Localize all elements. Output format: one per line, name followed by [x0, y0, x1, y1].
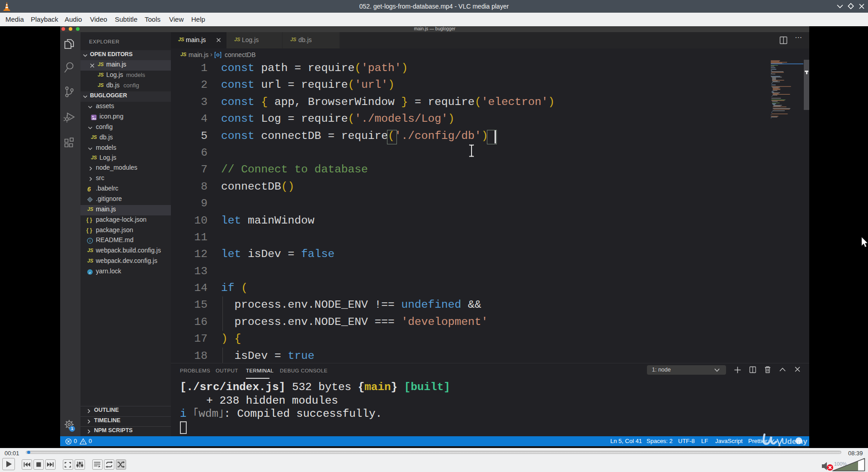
svg-text:Udemy: Udemy [782, 437, 807, 446]
